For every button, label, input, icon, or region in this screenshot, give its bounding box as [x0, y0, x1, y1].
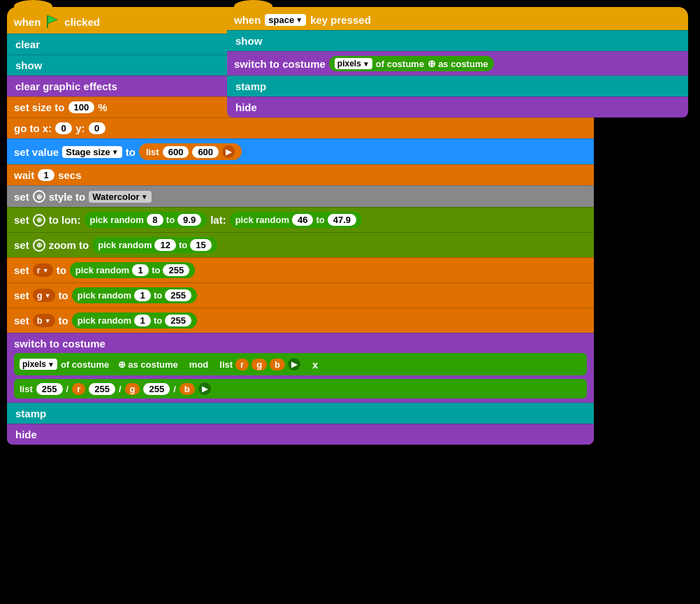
- secs-label: secs: [58, 169, 81, 181]
- b-from[interactable]: 1: [134, 315, 151, 326]
- clear-graphic-effects-label: clear graphic effects: [15, 80, 117, 92]
- x-label: x: [312, 359, 318, 371]
- watercolor-arrow: ▼: [141, 193, 148, 201]
- hide-block-right[interactable]: hide: [227, 96, 688, 117]
- set-lon-lat-block[interactable]: set ⊕ to lon: pick random 8 to 9.9 lat: …: [7, 207, 594, 232]
- hide-block[interactable]: hide: [7, 424, 594, 445]
- g-from[interactable]: 1: [134, 289, 151, 301]
- r-to[interactable]: 255: [163, 264, 189, 276]
- g-var-dropdown[interactable]: g ▼: [33, 289, 55, 302]
- space-dropdown[interactable]: space ▼: [265, 14, 306, 26]
- watercolor-dropdown[interactable]: Watercolor ▼: [89, 191, 151, 203]
- set-style-block[interactable]: set ⊕ style to Watercolor ▼: [7, 185, 594, 207]
- pixels-dropdown-right[interactable]: pixels ▼: [335, 58, 372, 69]
- pick-random-b[interactable]: pick random 1 to 255: [72, 312, 197, 329]
- to-lon-label: to lon:: [49, 214, 81, 226]
- pick-random-r[interactable]: pick random 1 to 255: [70, 262, 195, 278]
- goto-block[interactable]: go to x: 0 y: 0: [7, 117, 594, 138]
- pick-random-lon[interactable]: pick random 8 to 9.9: [85, 212, 207, 228]
- zoom-to[interactable]: 15: [190, 239, 211, 251]
- of-costume-label-right: of costume: [376, 59, 424, 69]
- set-zoom-block[interactable]: set ⊕ zoom to pick random 12 to 15: [7, 232, 594, 257]
- flag-icon: [45, 14, 60, 29]
- val255-g[interactable]: 255: [89, 383, 115, 395]
- goto-label: go to x:: [14, 122, 52, 134]
- hide-label-right: hide: [235, 101, 257, 113]
- set-b-block[interactable]: set b ▼ to pick random 1 to 255: [7, 308, 594, 333]
- val255-b[interactable]: 255: [143, 383, 170, 395]
- switch-costume-right-block[interactable]: switch to costume pixels ▼ of costume ⊕ …: [227, 51, 688, 76]
- b-ref: b: [270, 359, 285, 371]
- b-to[interactable]: 255: [165, 315, 191, 326]
- as-costume-right: as costume: [438, 59, 488, 69]
- list-block[interactable]: list 600 600 ▶: [139, 143, 242, 160]
- pick-random-b-label: pick random: [78, 315, 131, 326]
- stamp-label: stamp: [15, 408, 46, 419]
- r-var-dropdown[interactable]: r ▼: [33, 264, 53, 277]
- list-rgb-block[interactable]: list r g b ▶: [214, 357, 306, 372]
- space-text: space: [268, 15, 294, 25]
- pixels-dropdown-inner[interactable]: pixels ▼: [20, 359, 57, 370]
- list-arrow[interactable]: ▶: [222, 145, 235, 158]
- pick-random-zoom[interactable]: pick random 12 to 15: [92, 237, 217, 253]
- x-value[interactable]: 0: [55, 122, 72, 134]
- set-size-label: set size to: [14, 101, 65, 113]
- list-arrow-inner[interactable]: ▶: [288, 358, 300, 371]
- lon-to[interactable]: 9.9: [177, 214, 201, 226]
- y-value[interactable]: 0: [89, 122, 105, 134]
- set-g-block[interactable]: set g ▼ to pick random 1 to 255: [7, 282, 594, 308]
- zoom-from[interactable]: 12: [154, 239, 175, 251]
- list-arrow-inner2[interactable]: ▶: [198, 382, 211, 395]
- slash-b: /: [173, 384, 176, 394]
- to-lat-sep: to: [316, 215, 324, 225]
- show-block-right[interactable]: show: [227, 30, 688, 51]
- stamp-block-right[interactable]: stamp: [227, 76, 688, 96]
- r-from[interactable]: 1: [132, 264, 149, 276]
- list-val2[interactable]: 600: [192, 146, 219, 158]
- list-label2: list: [20, 384, 33, 394]
- wait-block[interactable]: wait 1 secs: [7, 164, 594, 185]
- switch-costume-outer-block[interactable]: switch to costume pixels ▼ of costume ⊕ …: [7, 333, 594, 403]
- set-b-label: set: [14, 315, 29, 326]
- when-key-pressed-block[interactable]: when space ▼ key pressed: [227, 7, 688, 30]
- pixels-text-right: pixels: [337, 59, 361, 69]
- pick-random-g[interactable]: pick random 1 to 255: [72, 287, 197, 303]
- set-value-block[interactable]: set value Stage size ▼ to list 600 600 ▶: [7, 138, 594, 164]
- list-rgb-label: list: [219, 359, 233, 370]
- switch-costume-label: switch to costume: [14, 338, 105, 350]
- costume-expr-right: pixels ▼ of costume ⊕ as costume: [329, 56, 494, 71]
- switch-to-costume-right-label: switch to costume: [234, 58, 326, 70]
- wait-value[interactable]: 1: [38, 169, 54, 181]
- val255-r[interactable]: 255: [36, 383, 63, 395]
- lon-from[interactable]: 8: [147, 214, 163, 226]
- clear-label: clear: [15, 38, 40, 50]
- b-var-dropdown[interactable]: b ▼: [33, 314, 55, 327]
- hide-label: hide: [15, 429, 37, 440]
- lat-to[interactable]: 47.9: [328, 214, 356, 226]
- stage-size-dropdown[interactable]: Stage size ▼: [62, 146, 122, 158]
- to-r-label: to: [57, 264, 66, 276]
- to-lon-sep: to: [166, 215, 175, 225]
- pick-random-g-label: pick random: [78, 290, 131, 301]
- when-label: when: [14, 16, 41, 28]
- to-r-sep: to: [152, 265, 160, 275]
- b-ref2: b: [180, 383, 195, 395]
- size-value[interactable]: 100: [68, 101, 95, 113]
- to-g-sep: to: [154, 290, 162, 301]
- set-style-label: set: [14, 191, 29, 203]
- list-val1[interactable]: 600: [163, 146, 189, 158]
- globe-icon-inner: ⊕: [118, 359, 126, 370]
- b-var-text: b: [37, 315, 43, 326]
- g-var-text: g: [37, 290, 43, 301]
- globe-style: ⊕: [33, 190, 45, 203]
- watercolor-text: Watercolor: [92, 192, 139, 202]
- wait-label: wait: [14, 169, 34, 181]
- right-stack: when space ▼ key pressed show switch to …: [227, 7, 688, 117]
- stamp-block[interactable]: stamp: [7, 403, 594, 424]
- r-ref: r: [235, 359, 249, 371]
- set-r-block[interactable]: set r ▼ to pick random 1 to 255: [7, 257, 594, 282]
- lat-from[interactable]: 46: [292, 214, 313, 226]
- pick-random-lat[interactable]: pick random 46 to 47.9: [230, 212, 362, 228]
- g-to[interactable]: 255: [165, 289, 191, 301]
- stage-size-arrow: ▼: [112, 148, 119, 156]
